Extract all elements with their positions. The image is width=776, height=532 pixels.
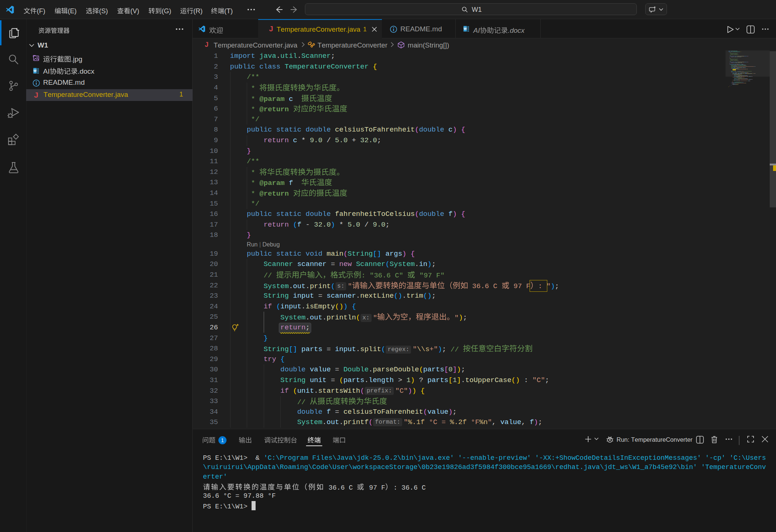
svg-text:J: J <box>205 41 208 48</box>
svg-text:J: J <box>34 91 38 99</box>
svg-text:W: W <box>464 27 467 31</box>
svg-text:J: J <box>269 25 273 33</box>
svg-text:W: W <box>34 69 37 73</box>
